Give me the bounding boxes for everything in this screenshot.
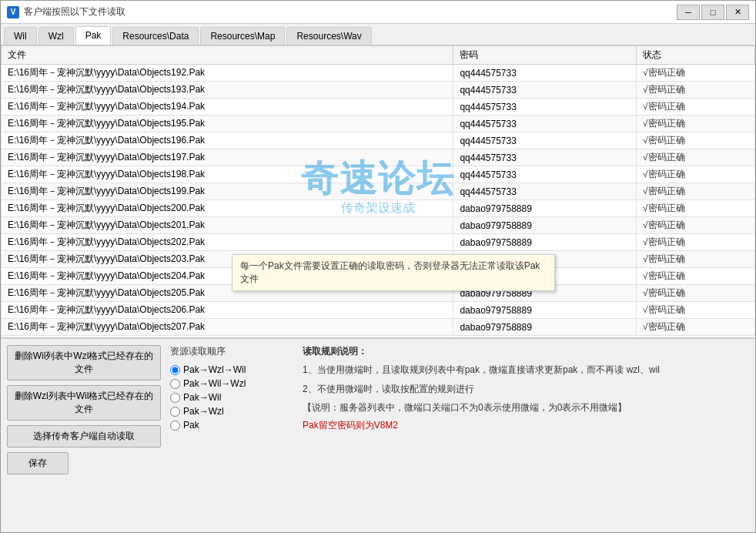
tab-resources-data[interactable]: Resources\Data	[112, 27, 199, 45]
radio-pak-wil-input[interactable]	[170, 393, 180, 403]
cell-file: E:\16周年－宠神沉默\yyyy\Data\Objects192.Pak	[2, 65, 453, 82]
title-bar: V 客户端按照以下文件读取 ─ □ ✕	[1, 1, 755, 24]
cell-password: dabao979758889	[453, 234, 637, 251]
cell-file: E:\16周年－宠神沉默\yyyy\Data\Objects198.Pak	[2, 166, 453, 183]
cell-password: qq444575733	[453, 183, 637, 200]
cell-status: √密码正确	[636, 285, 754, 302]
cell-password: qq444575733	[453, 65, 637, 82]
table-row: E:\16周年－宠神沉默\yyyy\Data\Objects201.Pakdab…	[2, 217, 755, 234]
tab-resources-wav[interactable]: Resources\Wav	[286, 27, 371, 45]
radio-pak-wil-label: Pak→Wil	[183, 392, 221, 403]
rule-2: 2、不使用微端时，读取按配置的规则进行	[303, 382, 749, 397]
tooltip-box: 每一个Pak文件需要设置正确的读取密码，否则登录器无法正常读取该Pak文件	[232, 254, 555, 291]
cell-status: √密码正确	[636, 302, 754, 319]
table-row: E:\16周年－宠神沉默\yyyy\Data\Objects208.Pakdab…	[2, 336, 755, 339]
cell-status: √密码正确	[636, 200, 754, 217]
tab-wil[interactable]: Wil	[4, 27, 37, 45]
cell-status: √密码正确	[636, 65, 754, 82]
tab-wzl[interactable]: Wzl	[38, 27, 74, 45]
col-password: 密码	[453, 46, 637, 65]
cell-file: E:\16周年－宠神沉默\yyyy\Data\Objects208.Pak	[2, 336, 453, 339]
table-row: E:\16周年－宠神沉默\yyyy\Data\Objects196.Pakqq4…	[2, 132, 755, 149]
table-row: E:\16周年－宠神沉默\yyyy\Data\Objects199.Pakqq4…	[2, 183, 755, 200]
rule-note: 【说明：服务器列表中，微端口关端口不为0表示使用微端，为0表示不用微端】	[303, 401, 749, 414]
table-row: E:\16周年－宠神沉默\yyyy\Data\Objects195.Pakqq4…	[2, 116, 755, 132]
cell-file: E:\16周年－宠神沉默\yyyy\Data\Objects201.Pak	[2, 217, 453, 234]
table-body: E:\16周年－宠神沉默\yyyy\Data\Objects192.Pakqq4…	[2, 65, 755, 339]
col-file: 文件	[2, 46, 453, 65]
cell-file: E:\16周年－宠神沉默\yyyy\Data\Objects206.Pak	[2, 302, 453, 319]
cell-status: √密码正确	[636, 336, 754, 339]
title-bar-left: V 客户端按照以下文件读取	[7, 5, 125, 18]
radio-pak-label: Pak	[183, 420, 199, 431]
cell-file: E:\16周年－宠神沉默\yyyy\Data\Objects207.Pak	[2, 319, 453, 336]
table-row: E:\16周年－宠神沉默\yyyy\Data\Objects197.Pakqq4…	[2, 149, 755, 166]
maximize-button[interactable]: □	[701, 5, 724, 20]
cell-password: dabao979758889	[453, 336, 637, 339]
radio-pak-wzl-wil-label: Pak→Wzl→Wil	[183, 364, 246, 375]
radio-pak-input[interactable]	[170, 421, 180, 431]
file-table-container[interactable]: 奇速论坛 传奇架设速成 每一个Pak文件需要设置正确的读取密码，否则登录器无法正…	[1, 45, 755, 338]
table-row: E:\16周年－宠神沉默\yyyy\Data\Objects192.Pakqq4…	[2, 65, 755, 82]
rule-pak: Pak留空密码则为V8M2	[303, 419, 749, 432]
radio-pak-wil-wzl-label: Pak→Wil→Wzl	[183, 378, 246, 389]
cell-file: E:\16周年－宠神沉默\yyyy\Data\Objects195.Pak	[2, 116, 453, 132]
cell-status: √密码正确	[636, 166, 754, 183]
cell-password: dabao979758889	[453, 217, 637, 234]
radio-pak-wil-wzl[interactable]: Pak→Wil→Wzl	[170, 378, 293, 389]
cell-password: dabao979758889	[453, 319, 637, 336]
cell-file: E:\16周年－宠神沉默\yyyy\Data\Objects202.Pak	[2, 234, 453, 251]
save-button[interactable]: 保存	[7, 452, 69, 474]
radio-pak-wil-wzl-input[interactable]	[170, 379, 180, 389]
minimize-button[interactable]: ─	[677, 5, 700, 20]
radio-pak-wzl-input[interactable]	[170, 407, 180, 417]
cell-password: qq444575733	[453, 99, 637, 116]
cell-status: √密码正确	[636, 99, 754, 116]
table-row: E:\16周年－宠神沉默\yyyy\Data\Objects206.Pakdab…	[2, 302, 755, 319]
app-icon: V	[7, 6, 19, 18]
auto-read-button[interactable]: 选择传奇客户端自动读取	[7, 425, 161, 448]
cell-file: E:\16周年－宠神沉默\yyyy\Data\Objects200.Pak	[2, 200, 453, 217]
rules-title: 读取规则说明：	[303, 345, 749, 358]
tooltip-text: 每一个Pak文件需要设置正确的读取密码，否则登录器无法正常读取该Pak文件	[240, 260, 540, 284]
radio-pak[interactable]: Pak	[170, 420, 293, 431]
table-row: E:\16周年－宠神沉默\yyyy\Data\Objects202.Pakdab…	[2, 234, 755, 251]
table-row: E:\16周年－宠神沉默\yyyy\Data\Objects198.Pakqq4…	[2, 166, 755, 183]
delete-wzl-wil-button[interactable]: 删除Wzl列表中Wil格式已经存在的文件	[7, 385, 161, 421]
table-row: E:\16周年－宠神沉默\yyyy\Data\Objects207.Pakdab…	[2, 319, 755, 336]
cell-password: dabao979758889	[453, 302, 637, 319]
file-table: 文件 密码 状态 E:\16周年－宠神沉默\yyyy\Data\Objects1…	[1, 45, 755, 338]
delete-wil-wzl-button[interactable]: 删除Wil列表中Wzl格式已经存在的文件	[7, 345, 161, 380]
cell-password: qq444575733	[453, 116, 637, 132]
main-window: V 客户端按照以下文件读取 ─ □ ✕ Wil Wzl Pak Resource…	[0, 0, 756, 533]
radio-pak-wzl[interactable]: Pak→Wzl	[170, 406, 293, 417]
cell-status: √密码正确	[636, 251, 754, 268]
tab-resources-map[interactable]: Resources\Map	[200, 27, 285, 45]
window-title: 客户端按照以下文件读取	[24, 5, 125, 18]
cell-status: √密码正确	[636, 183, 754, 200]
cell-password: qq444575733	[453, 82, 637, 99]
tab-pak[interactable]: Pak	[75, 26, 112, 45]
radio-group: Pak→Wzl→Wil Pak→Wil→Wzl Pak→Wil Pak→Wzl …	[170, 364, 293, 431]
radio-pak-wzl-label: Pak→Wzl	[183, 406, 224, 417]
bottom-middle: 资源读取顺序 Pak→Wzl→Wil Pak→Wil→Wzl Pak→Wil P…	[170, 345, 293, 471]
cell-file: E:\16周年－宠神沉默\yyyy\Data\Objects193.Pak	[2, 82, 453, 99]
cell-password: qq444575733	[453, 149, 637, 166]
bottom-right: 读取规则说明： 1、当使用微端时，且读取规则列表中有pak，微端直接请求更新pa…	[303, 345, 749, 471]
cell-file: E:\16周年－宠神沉默\yyyy\Data\Objects197.Pak	[2, 149, 453, 166]
table-row: E:\16周年－宠神沉默\yyyy\Data\Objects193.Pakqq4…	[2, 82, 755, 99]
cell-password: qq444575733	[453, 132, 637, 149]
bottom-panel: 删除Wil列表中Wzl格式已经存在的文件 删除Wzl列表中Wil格式已经存在的文…	[1, 338, 755, 477]
radio-pak-wil[interactable]: Pak→Wil	[170, 392, 293, 403]
table-header: 文件 密码 状态	[2, 46, 755, 65]
radio-pak-wzl-wil-input[interactable]	[170, 365, 180, 375]
cell-password: dabao979758889	[453, 200, 637, 217]
cell-password: qq444575733	[453, 166, 637, 183]
close-button[interactable]: ✕	[726, 5, 749, 20]
cell-status: √密码正确	[636, 217, 754, 234]
cell-status: √密码正确	[636, 234, 754, 251]
radio-pak-wzl-wil[interactable]: Pak→Wzl→Wil	[170, 364, 293, 375]
table-row: E:\16周年－宠神沉默\yyyy\Data\Objects194.Pakqq4…	[2, 99, 755, 116]
cell-file: E:\16周年－宠神沉默\yyyy\Data\Objects199.Pak	[2, 183, 453, 200]
bottom-left: 删除Wil列表中Wzl格式已经存在的文件 删除Wzl列表中Wil格式已经存在的文…	[7, 345, 161, 471]
